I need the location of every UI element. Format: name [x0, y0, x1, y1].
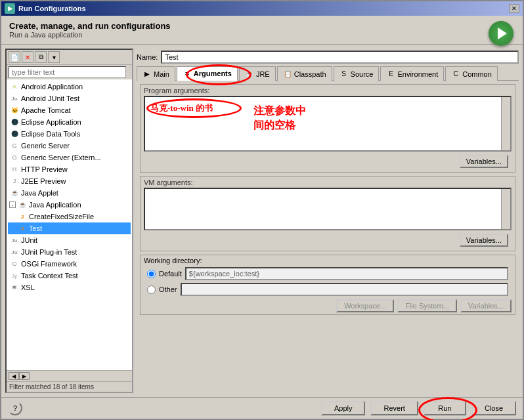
tab-common[interactable]: C Common	[445, 66, 498, 81]
tree-item-eclipse-app[interactable]: 🌑 Eclipse Application	[8, 116, 131, 128]
apply-button[interactable]: Apply	[321, 401, 366, 415]
tree-item-label: Java Applet	[21, 189, 58, 197]
java-application-icon: ☕	[17, 200, 28, 210]
close-button[interactable]: Close	[471, 401, 516, 415]
tab-jre[interactable]: ☕ JRE	[239, 66, 276, 81]
generic-server-icon: G	[9, 140, 20, 151]
more-config-button[interactable]: ▾	[48, 51, 60, 63]
vm-args-scrollbar[interactable]	[501, 189, 510, 229]
osgi-icon: O	[9, 259, 20, 269]
scroll-left-button[interactable]: ◀	[9, 372, 19, 380]
tree-item-j2ee-preview[interactable]: J J2EE Preview	[8, 175, 131, 187]
working-dir-label: Working directory:	[141, 255, 515, 266]
tree-item-create-fixed[interactable]: J CreateFixedSizeFile	[8, 211, 131, 222]
tab-arguments-label: Arguments	[194, 70, 232, 77]
tab-source[interactable]: S Source	[334, 66, 380, 81]
xsl-icon: ✱	[9, 282, 20, 293]
tree-item-junit-plugin[interactable]: Ju JUnit Plug-in Test	[8, 246, 131, 258]
tab-classpath[interactable]: 📋 Classpath	[277, 66, 332, 81]
program-args-textarea[interactable]	[145, 97, 500, 150]
http-preview-icon: H	[9, 164, 20, 175]
tree-item-label: Android Application	[21, 83, 83, 91]
tab-common-label: Common	[462, 70, 492, 78]
delete-config-button[interactable]: ✕	[22, 51, 33, 63]
workdir-buttons: Workspace... File System... Variables...	[141, 297, 515, 314]
tree-item-android-app[interactable]: A Android Application	[8, 81, 131, 93]
tree-item-xsl[interactable]: ✱ XSL	[8, 282, 131, 293]
working-dir-section: Working directory: Default Other Workspa…	[140, 255, 515, 315]
arguments-tab-icon: =	[183, 69, 192, 78]
task-context-icon: Jy	[9, 270, 20, 281]
header-subtitle: Run a Java application	[9, 31, 515, 39]
tree-item-java-applet[interactable]: ☕ Java Applet	[8, 187, 131, 199]
tree-item-http-preview[interactable]: H HTTP Preview	[8, 163, 131, 175]
window-icon: ▶	[5, 3, 15, 14]
tab-classpath-label: Classpath	[294, 70, 326, 78]
main-tab-icon: ▶	[142, 70, 152, 79]
duplicate-config-button[interactable]: ⧉	[35, 51, 47, 63]
filter-input[interactable]	[9, 66, 126, 78]
android-junit-icon: Ju	[9, 93, 20, 104]
tree-item-generic-server[interactable]: G Generic Server	[8, 140, 131, 152]
other-dir-input[interactable]	[181, 283, 508, 296]
vm-args-textarea[interactable]	[145, 189, 500, 229]
classpath-tab-icon: 📋	[283, 70, 292, 79]
tree-item-label: XSL	[21, 284, 35, 291]
test-icon: J	[17, 223, 28, 234]
run-button-wrapper: Run	[424, 401, 466, 415]
tree-item-osgi[interactable]: O OSGi Framework	[8, 258, 131, 270]
java-applet-icon: ☕	[9, 188, 20, 198]
expand-java-application[interactable]: -	[9, 201, 16, 208]
tree-item-label: Android JUnit Test	[21, 94, 79, 102]
name-input[interactable]	[161, 51, 519, 64]
window-close-button[interactable]: ✕	[509, 4, 519, 13]
default-radio[interactable]	[147, 270, 156, 278]
program-args-textarea-wrapper: 马克-to-win 的书 注意参数中 间的空格	[144, 96, 512, 152]
default-dir-input[interactable]	[185, 267, 508, 280]
scroll-right-button[interactable]: ▶	[19, 372, 30, 380]
program-args-label: Program arguments:	[141, 85, 515, 96]
common-tab-icon: C	[451, 70, 460, 79]
filter-row	[7, 65, 132, 79]
program-args-section: Program arguments: 马克-to-win 的书 注意参数中 间的…	[140, 84, 515, 173]
tree-item-junit[interactable]: Ju JUnit	[8, 234, 131, 246]
tree-item-label: Generic Server	[21, 142, 70, 150]
tab-environment[interactable]: E Environment	[380, 66, 444, 81]
tree-item-label: CreateFixedSizeFile	[29, 213, 94, 220]
bottom-bar: ? Apply Revert Run Close	[1, 397, 523, 419]
program-args-variables-button[interactable]: Variables...	[460, 155, 508, 168]
new-config-button[interactable]: 📄	[9, 51, 20, 63]
revert-button[interactable]: Revert	[370, 401, 418, 415]
tree-item-test[interactable]: J Test	[8, 222, 131, 234]
other-radio[interactable]	[147, 285, 156, 294]
filesystem-button[interactable]: File System...	[397, 299, 457, 312]
vm-args-variables-row: Variables...	[141, 232, 515, 251]
header-run-icon[interactable]	[489, 21, 513, 46]
tree-item-label: OSGi Framework	[21, 260, 77, 268]
eclipse-data-icon: 🌑	[9, 129, 20, 139]
tree-item-label: Eclipse Data Tools	[21, 130, 80, 138]
workspace-button[interactable]: Workspace...	[336, 299, 394, 312]
workdir-variables-button[interactable]: Variables...	[460, 299, 512, 312]
tree-item-task-context[interactable]: Jy Task Context Test	[8, 270, 131, 282]
android-app-icon: A	[9, 81, 20, 92]
help-button[interactable]: ?	[8, 401, 22, 415]
tab-main[interactable]: ▶ Main	[137, 66, 175, 81]
tree-view[interactable]: A Android Application Ju Android JUnit T…	[7, 79, 132, 370]
create-fixed-icon: J	[17, 211, 28, 222]
tree-item-java-application[interactable]: - ☕ Java Application	[8, 199, 131, 211]
tree-item-android-junit[interactable]: Ju Android JUnit Test	[8, 93, 131, 104]
vm-args-section: VM arguments: Variables...	[140, 176, 515, 251]
tab-arguments[interactable]: = Arguments	[177, 66, 238, 81]
tree-item-apache-tomcat[interactable]: 🐱 Apache Tomcat	[8, 104, 131, 116]
tab-main-label: Main	[154, 70, 169, 78]
program-args-scrollbar[interactable]	[501, 97, 510, 150]
tree-item-generic-server-ext[interactable]: G Generic Server (Extern...	[8, 152, 131, 163]
program-args-variables-row: Variables...	[141, 154, 515, 172]
run-button[interactable]: Run	[424, 401, 466, 415]
tree-item-eclipse-data[interactable]: 🌑 Eclipse Data Tools	[8, 128, 131, 140]
vm-args-variables-button[interactable]: Variables...	[460, 234, 508, 247]
junit-plugin-icon: Ju	[9, 247, 20, 257]
tomcat-icon: 🐱	[9, 105, 20, 116]
environment-tab-icon: E	[386, 70, 395, 79]
